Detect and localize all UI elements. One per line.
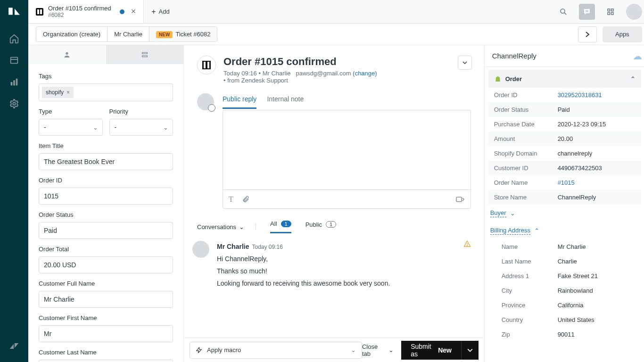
buyer-section-toggle[interactable]: Buyer ⌄: [485, 205, 644, 222]
kv-key: Order ID: [494, 91, 558, 99]
order-id-input[interactable]: [39, 188, 173, 205]
chat-status-icon[interactable]: [579, 4, 595, 20]
svg-point-23: [467, 246, 467, 246]
caret-up-icon: ⌃: [630, 75, 636, 82]
svg-rect-15: [611, 9, 613, 11]
public-reply-tab[interactable]: Public reply: [223, 92, 256, 109]
filter-all[interactable]: All1: [270, 220, 291, 233]
cust-full-label: Customer Full Name: [39, 280, 173, 287]
svg-rect-2: [11, 58, 18, 64]
next-ticket-button[interactable]: [578, 26, 597, 42]
item-title-label: Item Title: [39, 142, 173, 149]
order-section-header[interactable]: Order ⌃: [488, 70, 641, 88]
kv-value: United States: [558, 316, 636, 323]
order-status-label: Order Status: [39, 211, 173, 218]
order-id-link[interactable]: 3029520318631: [558, 91, 636, 99]
caret-down-icon: ⌄: [351, 346, 356, 354]
tag-remove-icon[interactable]: ×: [66, 89, 70, 96]
kv-value: Fake Street 21: [558, 272, 636, 280]
cust-last-label: Customer Last Name: [39, 349, 173, 356]
nav-zendesk-icon[interactable]: [0, 337, 28, 355]
priority-label: Priority: [109, 108, 173, 115]
priority-select[interactable]: [109, 119, 173, 136]
internal-note-tab[interactable]: Internal note: [267, 92, 304, 109]
search-icon[interactable]: [555, 4, 571, 20]
ticket-fields-tab[interactable]: [106, 45, 184, 64]
submit-options-button[interactable]: [461, 341, 479, 360]
svg-point-18: [66, 52, 68, 55]
nav-views-icon[interactable]: [0, 51, 28, 70]
breadcrumb-ticket[interactable]: NEWTicket #6082: [149, 27, 217, 41]
warning-icon[interactable]: [463, 240, 471, 247]
message-time: Today 09:16: [252, 244, 282, 250]
filter-public-label: Public: [305, 221, 322, 228]
nav-admin-icon[interactable]: [0, 94, 28, 113]
tab-subtitle: #6082: [48, 12, 111, 18]
order-total-label: Order Total: [39, 246, 173, 253]
svg-rect-17: [611, 12, 613, 15]
kv-value: Paid: [558, 106, 636, 113]
svg-point-7: [13, 102, 16, 105]
svg-marker-9: [15, 343, 18, 348]
svg-rect-21: [456, 197, 462, 202]
kv-key: Customer ID: [494, 165, 558, 172]
kv-key: Zip: [494, 331, 558, 338]
ticket-options-button[interactable]: [458, 56, 472, 70]
order-status-input[interactable]: [39, 222, 173, 239]
svg-marker-24: [197, 347, 202, 353]
filter-all-label: All: [270, 220, 277, 227]
tags-label: Tags: [39, 73, 173, 80]
breadcrumb-org-label: Organization (create): [43, 31, 100, 38]
app-header: ChannelReply ☁: [485, 45, 644, 67]
conversations-dropdown[interactable]: Conversations ⌄: [197, 223, 256, 230]
kv-key: Last Name: [494, 258, 558, 265]
apps-grid-icon[interactable]: [603, 4, 619, 20]
channel-icon: [36, 8, 43, 16]
nav-home-icon[interactable]: [0, 29, 28, 48]
order-name-link[interactable]: #1015: [558, 179, 636, 186]
billing-section-toggle[interactable]: Billing Address ⌃: [485, 222, 644, 239]
item-title-input[interactable]: [39, 153, 173, 170]
shopify-bag-icon: [494, 74, 502, 83]
submit-button[interactable]: Submit asNew: [401, 341, 461, 360]
kv-key: Name: [494, 243, 558, 250]
type-select[interactable]: [39, 119, 103, 136]
ticket-meta: Today 09:16 • Mr Charlie pawsdg@gmail.co…: [223, 70, 377, 84]
close-tab-button[interactable]: Close tab ⌄: [362, 343, 394, 357]
macro-insert-icon[interactable]: [455, 196, 465, 203]
nav-reports-icon[interactable]: [0, 73, 28, 91]
tags-input[interactable]: shopify×: [39, 83, 173, 101]
ticket-title: Order #1015 confirmed: [223, 56, 377, 68]
plus-icon: +: [151, 8, 156, 16]
billing-label: Billing Address: [490, 227, 530, 235]
cloud-icon: ☁: [633, 50, 642, 62]
kv-value: Mr Charlie: [558, 243, 636, 250]
apply-macro-button[interactable]: Apply macro ⌄: [190, 342, 362, 359]
svg-rect-0: [8, 8, 13, 15]
kv-value: Charlie: [558, 258, 636, 265]
kv-key: Purchase Date: [494, 121, 558, 128]
caret-down-icon: ⌄: [239, 223, 244, 230]
change-requester-link[interactable]: (change): [353, 70, 377, 77]
svg-rect-20: [142, 56, 147, 57]
user-avatar[interactable]: [626, 4, 642, 20]
message: Mr CharlieToday 09:16 Hi ChannelReply, T…: [184, 238, 484, 296]
meta-source: • from Zendesk Support: [223, 77, 288, 84]
svg-rect-4: [11, 82, 13, 85]
cust-full-input[interactable]: [39, 291, 173, 308]
add-tab-button[interactable]: + Add: [144, 0, 177, 23]
ticket-tab[interactable]: Order #1015 confirmed #6082 ×: [28, 0, 144, 23]
cust-first-input[interactable]: [39, 325, 173, 342]
user-tab[interactable]: [28, 45, 106, 64]
reply-editor[interactable]: T: [223, 110, 471, 209]
breadcrumb-user[interactable]: Mr Charlie: [107, 27, 149, 41]
attachment-icon[interactable]: [242, 195, 249, 204]
cust-last-input[interactable]: [39, 360, 173, 362]
tab-close-icon[interactable]: ×: [131, 7, 136, 16]
order-total-input[interactable]: [39, 256, 173, 273]
text-format-icon[interactable]: T: [229, 195, 233, 204]
ticket-footer: Apply macro ⌄ Close tab ⌄ Submit asNew: [184, 337, 484, 362]
filter-public[interactable]: Public1: [305, 221, 337, 233]
apps-button[interactable]: Apps: [603, 26, 642, 42]
breadcrumb-org[interactable]: Organization (create): [36, 27, 107, 41]
